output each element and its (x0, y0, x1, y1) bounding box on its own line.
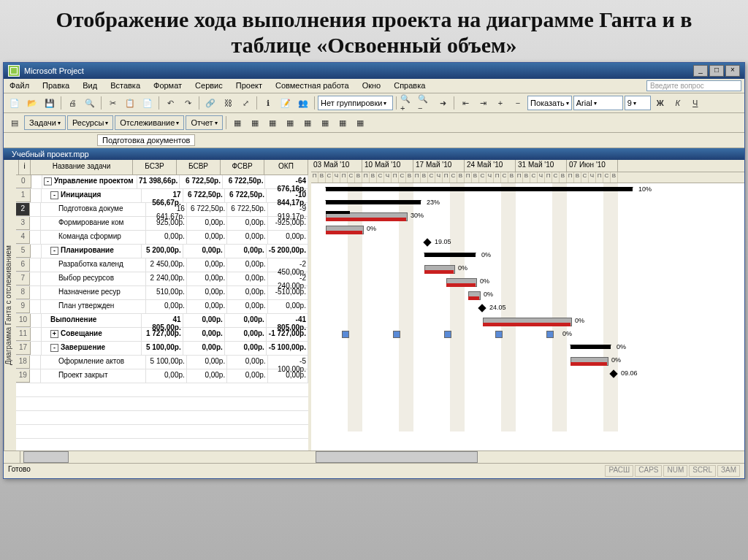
menu-format[interactable]: Формат (150, 80, 185, 91)
gantt-row[interactable]: 0% (311, 223, 744, 236)
report-chip[interactable]: Отчет (186, 115, 222, 130)
preview-icon[interactable]: 🔍 (82, 95, 98, 111)
split-icon[interactable]: ⤢ (237, 95, 253, 111)
table-row[interactable]: 11+Совещание1 727,00р.0,00р.0,00р.-1 727… (16, 328, 308, 342)
zoom-out-icon[interactable]: 🔍− (417, 95, 433, 111)
v2-icon[interactable]: ▦ (247, 115, 263, 131)
v6-icon[interactable]: ▦ (317, 115, 333, 131)
gantt-row[interactable]: 0% (311, 341, 744, 354)
info-icon[interactable]: ℹ (260, 95, 276, 111)
col-name[interactable]: Название задачи (31, 160, 133, 174)
gantt-row[interactable]: 23% (311, 196, 744, 210)
v4-icon[interactable]: ▦ (282, 115, 298, 131)
unlink-icon[interactable]: ⛓ (220, 95, 236, 111)
gantt-row[interactable]: 0% (311, 288, 744, 302)
menu-insert[interactable]: Вставка (107, 80, 143, 91)
menu-window[interactable]: Окно (359, 80, 384, 91)
gantt-row[interactable]: 0% (311, 328, 744, 341)
tasks-chip[interactable]: Задачи (24, 115, 66, 130)
v3-icon[interactable]: ▦ (264, 115, 280, 131)
gantt-row[interactable]: 24.05 (311, 302, 744, 315)
bold-button[interactable]: Ж (652, 95, 668, 111)
gantt-row[interactable]: 19.05 (311, 236, 744, 249)
v8-icon[interactable]: ▦ (352, 115, 368, 131)
italic-button[interactable]: К (670, 95, 686, 111)
maximize-button[interactable]: □ (709, 65, 724, 77)
gantt-row[interactable]: 30% (311, 210, 744, 223)
col-info[interactable]: i (19, 160, 31, 174)
menu-file[interactable]: Файл (7, 80, 32, 91)
redo-icon[interactable]: ↷ (180, 95, 196, 111)
table-row[interactable]: 8Назначение ресур510,00р.0,00р.0,00р.-51… (16, 286, 308, 300)
table-row[interactable]: 10Выполнение41 805,00р.0,00р.0,00р.-41 8… (16, 314, 308, 328)
link-icon[interactable]: 🔗 (202, 95, 218, 111)
assign-icon[interactable]: 👥 (295, 95, 311, 111)
table-row[interactable]: 19Проект закрыт0,00р.0,00р.0,00р.0,00р. (16, 369, 308, 383)
table-row[interactable]: 18Оформление актов5 100,00р.0,00р.0,00р.… (16, 356, 308, 369)
goto-icon[interactable]: ➜ (435, 95, 451, 111)
v5-icon[interactable]: ▦ (299, 115, 316, 131)
col-fsvr[interactable]: ФСВР (221, 160, 264, 174)
underline-button[interactable]: Ч (687, 95, 703, 111)
cell-content[interactable]: Подготовка документов (97, 134, 195, 146)
menu-collab[interactable]: Совместная работа (272, 80, 352, 91)
paste-icon[interactable]: 📄 (140, 95, 156, 111)
copy-icon[interactable]: 📋 (122, 95, 138, 111)
menu-view[interactable]: Вид (80, 80, 100, 91)
titlebar[interactable]: Microsoft Project _ □ × (4, 63, 744, 79)
cut-icon[interactable]: ✂ (104, 95, 121, 111)
gantt-row[interactable]: 0% (311, 275, 744, 288)
table-row[interactable]: 9План утвержден0,00р.0,00р.0,00р.0,00р. (16, 300, 308, 314)
col-okp[interactable]: ОКП (264, 160, 308, 174)
print-icon[interactable]: 🖨 (64, 95, 80, 111)
table-row[interactable]: 0-Управление проектом71 398,66р.6 722,50… (16, 175, 308, 189)
table-row[interactable]: 6Разработка календ2 450,00р.0,00р.0,00р.… (16, 258, 308, 272)
help-search-input[interactable]: Введите вопрос (646, 80, 741, 91)
menu-help[interactable]: Справка (391, 80, 428, 91)
table-row[interactable]: 5-Планирование5 200,00р.0,00р.0,00р.-5 2… (16, 245, 308, 258)
table-row[interactable]: 17-Завершение5 100,00р.0,00р.0,00р.-5 10… (16, 342, 308, 356)
grouping-combo[interactable]: Нет группировки (318, 96, 393, 110)
tracking-chip[interactable]: Отслеживание (115, 115, 184, 130)
horizontal-scrollbar[interactable] (4, 450, 744, 463)
font-size-combo[interactable]: 9 (625, 96, 651, 110)
view-tab-vertical[interactable]: Диаграмма Ганта с отслеживанием (4, 160, 16, 450)
table-row[interactable]: 7Выбор ресурсов2 240,00р.0,00р.0,00р.-2 … (16, 272, 308, 286)
v7-icon[interactable]: ▦ (335, 115, 351, 131)
close-button[interactable]: × (725, 65, 740, 77)
indent-icon[interactable]: ⇥ (475, 95, 491, 111)
show-button[interactable]: Показать (527, 96, 572, 110)
gantt-row[interactable]: 0% (311, 249, 744, 262)
undo-icon[interactable]: ↶ (162, 95, 178, 111)
plus-icon[interactable]: + (492, 95, 508, 111)
outdent-icon[interactable]: ⇤ (457, 95, 473, 111)
table-row[interactable]: 4Команда сформир0,00р.0,00р.0,00р.0,00р. (16, 231, 308, 245)
gantt-row[interactable]: 0% (311, 262, 744, 275)
resources-chip[interactable]: Ресурсы (67, 115, 113, 130)
gantt-chart[interactable]: 03 Май '1010 Май '1017 Май '1024 Май '10… (311, 160, 744, 450)
minimize-button[interactable]: _ (693, 65, 708, 77)
guide-icon[interactable]: ▤ (7, 115, 23, 131)
col-bsvr[interactable]: БСВР (177, 160, 221, 174)
minus-icon[interactable]: − (510, 95, 526, 111)
gantt-row[interactable]: 0% (311, 315, 744, 328)
table-row[interactable]: 1-Инициация17 566,67р.6 722,50р.6 722,50… (16, 189, 308, 203)
notes-icon[interactable]: 📝 (278, 95, 294, 111)
gantt-row[interactable]: 0% (311, 354, 744, 367)
open-icon[interactable]: 📂 (24, 95, 40, 111)
zoom-in-icon[interactable]: 🔍+ (400, 95, 416, 111)
table-row[interactable]: 2Подготовка докуме16 641,67р.6 722,50р.6… (16, 203, 308, 217)
gantt-row[interactable]: 10% (311, 183, 744, 196)
status-ovr: ЗАМ (717, 465, 740, 477)
menu-tools[interactable]: Сервис (192, 80, 226, 91)
save-icon[interactable]: 💾 (42, 95, 58, 111)
col-bszr[interactable]: БСЗР (133, 160, 177, 174)
new-icon[interactable]: 📄 (7, 95, 23, 111)
v1-icon[interactable]: ▦ (229, 115, 245, 131)
menu-edit[interactable]: Правка (39, 80, 72, 91)
table-row[interactable]: 3Формирование ком925,00р.0,00р.0,00р.-92… (16, 217, 308, 231)
font-combo[interactable]: Arial (573, 96, 623, 110)
gantt-row[interactable]: 09.06 (311, 367, 744, 380)
grid-body[interactable]: 0-Управление проектом71 398,66р.6 722,50… (16, 175, 308, 383)
menu-project[interactable]: Проект (233, 80, 265, 91)
